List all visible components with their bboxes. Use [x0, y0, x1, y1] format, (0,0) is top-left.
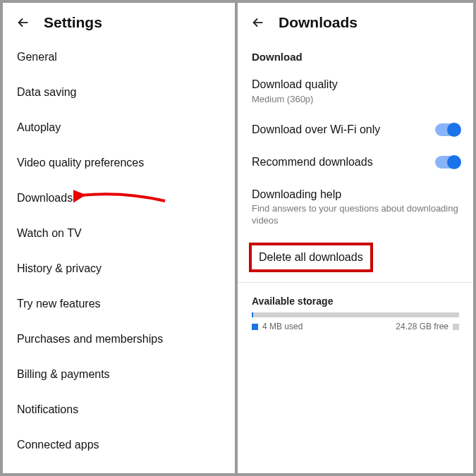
- menu-purchases[interactable]: Purchases and memberships: [3, 322, 235, 357]
- help-label: Downloading help: [252, 187, 459, 202]
- recommend-label: Recommend downloads: [252, 154, 427, 170]
- storage-bar: [252, 312, 459, 317]
- download-quality-value: Medium (360p): [252, 94, 459, 106]
- recommend-toggle[interactable]: [435, 156, 459, 169]
- menu-watch-on-tv[interactable]: Watch on TV: [3, 216, 235, 251]
- wifi-only-toggle[interactable]: [435, 123, 459, 136]
- help-desc: Find answers to your questions about dow…: [252, 203, 459, 227]
- downloads-title: Downloads: [279, 14, 358, 31]
- storage-bar-used: [252, 312, 253, 317]
- downloads-pane: Downloads Download Download quality Medi…: [238, 3, 473, 473]
- menu-connected-apps[interactable]: Connected apps: [3, 427, 235, 463]
- storage-free-text: 24.28 GB free: [396, 322, 448, 331]
- storage-used-text: 4 MB used: [262, 322, 303, 331]
- row-wifi-only[interactable]: Download over Wi-Fi only: [238, 114, 473, 146]
- menu-downloads[interactable]: Downloads: [3, 181, 235, 216]
- menu-history-privacy[interactable]: History & privacy: [3, 251, 235, 286]
- menu-autoplay[interactable]: Autoplay: [3, 110, 235, 145]
- section-download: Download: [238, 39, 473, 68]
- settings-title: Settings: [44, 14, 102, 31]
- menu-general[interactable]: General: [3, 39, 235, 75]
- delete-all-downloads[interactable]: Delete all downloads: [249, 243, 373, 272]
- row-download-quality[interactable]: Download quality Medium (360p): [238, 68, 473, 114]
- back-icon[interactable]: [16, 15, 31, 30]
- row-downloading-help[interactable]: Downloading help Find answers to your qu…: [238, 178, 473, 236]
- download-quality-label: Download quality: [252, 77, 459, 92]
- menu-try-new-features[interactable]: Try new features: [3, 286, 235, 322]
- back-icon[interactable]: [250, 15, 266, 30]
- legend-free-icon: [453, 324, 459, 330]
- menu-data-saving[interactable]: Data saving: [3, 75, 235, 110]
- menu-notifications[interactable]: Notifications: [3, 392, 235, 427]
- menu-live-chat[interactable]: Live chat: [3, 463, 235, 473]
- settings-header: Settings: [3, 3, 235, 39]
- menu-billing[interactable]: Billing & payments: [3, 357, 235, 392]
- menu-video-quality[interactable]: Video quality preferences: [3, 145, 235, 181]
- available-storage-label: Available storage: [238, 283, 473, 308]
- legend-used-icon: [252, 324, 258, 330]
- row-recommend[interactable]: Recommend downloads: [238, 146, 473, 178]
- storage-row: 4 MB used 24.28 GB free: [238, 320, 473, 333]
- settings-pane: Settings General Data saving Autoplay Vi…: [3, 3, 238, 473]
- downloads-header: Downloads: [238, 3, 473, 39]
- wifi-only-label: Download over Wi-Fi only: [252, 122, 427, 138]
